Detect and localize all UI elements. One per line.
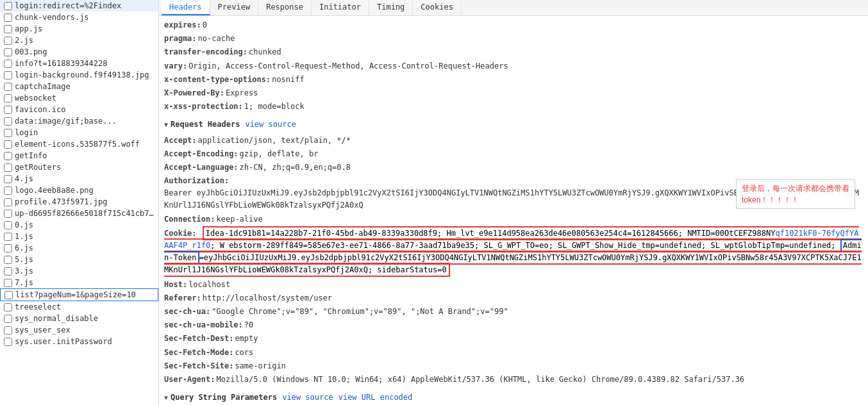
file-item[interactable]: treeselect: [0, 301, 158, 313]
file-checkbox[interactable]: [4, 2, 12, 10]
file-checkbox[interactable]: [4, 186, 12, 195]
cookie-value: Idea-1dc91b81=14a228b7-21f0-45bd-ab49-83…: [164, 226, 862, 277]
file-name-label: favicon.ico: [15, 105, 65, 114]
file-checkbox[interactable]: [4, 48, 12, 56]
file-checkbox[interactable]: [4, 210, 12, 218]
x-content-type-label: x-content-type-options:: [164, 74, 271, 86]
file-item[interactable]: 5.js: [0, 254, 158, 265]
file-item[interactable]: info?t=1618839344228: [0, 58, 158, 69]
tab-timing[interactable]: Timing: [369, 0, 413, 15]
file-checkbox[interactable]: [4, 71, 12, 79]
file-name-label: captchaImage: [15, 82, 71, 91]
file-checkbox[interactable]: [4, 326, 12, 335]
file-checkbox[interactable]: [4, 338, 12, 346]
network-file-list: login:redirect=%2Findexchunk-vendors.jsa…: [0, 0, 158, 347]
file-item[interactable]: profile.473f5971.jpg: [0, 196, 158, 208]
file-checkbox[interactable]: [4, 198, 12, 206]
file-checkbox[interactable]: [4, 117, 12, 126]
file-item[interactable]: logo.4eeb8a8e.png: [0, 185, 158, 196]
file-item[interactable]: getInfo: [0, 150, 158, 161]
file-checkbox[interactable]: [4, 256, 12, 264]
file-item[interactable]: favicon.ico: [0, 104, 158, 115]
x-content-type-row: x-content-type-options: nosniff: [164, 73, 863, 87]
query-view-source-link[interactable]: view source: [282, 392, 333, 404]
file-checkbox[interactable]: [4, 315, 12, 323]
x-xss-row: x-xss-protection: 1; mode=block: [164, 100, 863, 113]
file-item[interactable]: websocket: [0, 92, 158, 104]
file-item[interactable]: login: [0, 127, 158, 138]
file-checkbox[interactable]: [4, 83, 12, 91]
admin-token-highlight: Admin-Token: [164, 239, 862, 264]
referer-value: http://localhost/system/user: [203, 292, 332, 304]
tab-preview[interactable]: Preview: [210, 0, 259, 15]
tab-headers[interactable]: Headers: [162, 0, 210, 15]
file-name-label: sys.user.initPassword: [15, 337, 112, 346]
file-checkbox[interactable]: [4, 60, 12, 68]
file-checkbox[interactable]: [4, 291, 13, 299]
connection-value: keep-alive: [216, 213, 262, 226]
file-checkbox[interactable]: [4, 129, 12, 137]
file-item[interactable]: 4.js: [0, 173, 158, 185]
sec-fetch-mode-label: Sec-Fetch-Mode:: [164, 347, 233, 359]
file-checkbox[interactable]: [4, 233, 12, 241]
file-item[interactable]: login:redirect=%2Findex: [0, 0, 158, 12]
file-item[interactable]: 003.png: [0, 46, 158, 58]
file-item[interactable]: 6.js: [0, 242, 158, 254]
file-checkbox[interactable]: [4, 279, 12, 287]
file-item[interactable]: sys_normal_disable: [0, 313, 158, 324]
query-string-params-section: ▼ Query String Parameters view source vi…: [164, 389, 863, 405]
accept-encoding-row: Accept-Encoding: gzip, deflate, br: [164, 147, 863, 161]
file-item[interactable]: sys.user.initPassword: [0, 336, 158, 347]
connection-row: Connection: keep-alive: [164, 213, 863, 226]
file-checkbox[interactable]: [4, 13, 12, 22]
file-item[interactable]: 3.js: [0, 265, 158, 277]
file-item[interactable]: data:image/gif;base...: [0, 115, 158, 127]
file-checkbox[interactable]: [4, 303, 12, 311]
file-item[interactable]: 1.js: [0, 231, 158, 242]
file-item[interactable]: chunk-vendors.js: [0, 12, 158, 23]
view-source-link[interactable]: view source: [245, 119, 296, 131]
content-area: expires: 0 pragma: no-cache transfer-enc…: [159, 16, 868, 405]
file-checkbox[interactable]: [4, 25, 12, 33]
tab-initiator[interactable]: Initiator: [312, 0, 369, 15]
file-item[interactable]: login-background.f9f49138.jpg: [0, 69, 158, 81]
file-checkbox[interactable]: [4, 37, 12, 45]
file-item[interactable]: element-icons.535877f5.woff: [0, 138, 158, 150]
transfer-encoding-label: transfer-encoding:: [164, 46, 247, 58]
file-item[interactable]: captchaImage: [0, 81, 158, 92]
x-xss-value: 1; mode=block: [244, 101, 305, 113]
file-item[interactable]: 2.js: [0, 35, 158, 46]
cookie-row: Cookie: Idea-1dc91b81=14a228b7-21f0-45bd…: [164, 227, 863, 277]
file-checkbox[interactable]: [4, 140, 12, 149]
file-checkbox[interactable]: [4, 267, 12, 276]
file-checkbox[interactable]: [4, 152, 12, 160]
cookie-label: Cookie:: [164, 229, 197, 238]
query-view-url-encoded-link[interactable]: view URL encoded: [338, 392, 413, 404]
file-checkbox[interactable]: [4, 175, 12, 183]
file-checkbox[interactable]: [4, 94, 12, 103]
file-item[interactable]: sys_user_sex: [0, 324, 158, 336]
vary-row: vary: Origin, Access-Control-Request-Met…: [164, 60, 863, 73]
file-item[interactable]: 7.js: [0, 277, 158, 288]
file-item[interactable]: list?pageNum=1&pageSize=10: [0, 288, 158, 301]
file-item[interactable]: up-d6695f82666e5018f715c41cb7ee: [0, 208, 158, 219]
file-item[interactable]: app.js: [0, 23, 158, 35]
tab-cookies[interactable]: Cookies: [413, 0, 462, 15]
tab-response[interactable]: Response: [258, 0, 312, 15]
file-item[interactable]: getRouters: [0, 161, 158, 173]
sec-fetch-site-value: same-origin: [235, 360, 285, 372]
sec-ch-ua-mobile-value: ?0: [244, 319, 253, 331]
file-name-label: getInfo: [15, 151, 47, 160]
sec-fetch-site-label: Sec-Fetch-Site:: [164, 360, 233, 372]
file-checkbox[interactable]: [4, 221, 12, 229]
details-panel: HeadersPreviewResponseInitiatorTimingCoo…: [159, 0, 868, 405]
accept-row: Accept: application/json, text/plain, */…: [164, 134, 863, 147]
file-checkbox[interactable]: [4, 163, 12, 172]
user-agent-row: User-Agent: Mozilla/5.0 (Windows NT 10.0…: [164, 373, 863, 386]
file-name-label: 2.js: [15, 36, 33, 45]
file-item[interactable]: 0.js: [0, 219, 158, 231]
x-powered-by-label: X-Powered-By:: [164, 87, 224, 99]
file-checkbox[interactable]: [4, 106, 12, 114]
file-checkbox[interactable]: [4, 244, 12, 252]
triangle-icon: ▼: [164, 120, 168, 130]
